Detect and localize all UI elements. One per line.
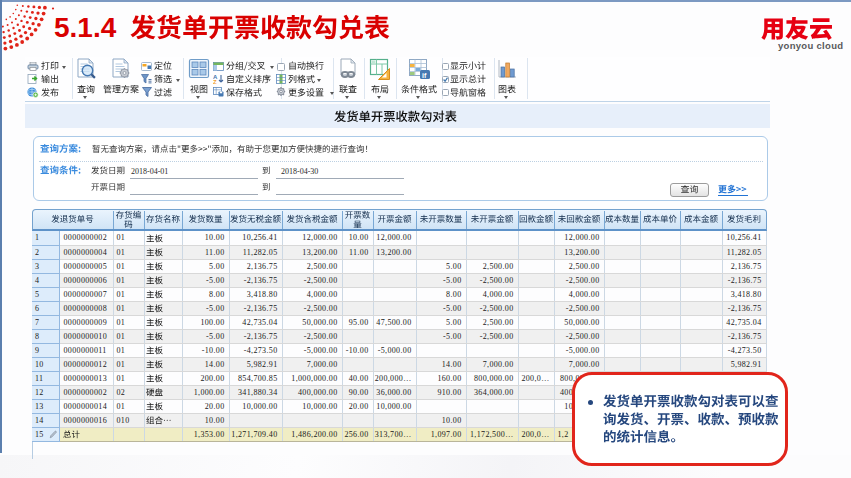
svg-text:if: if: [422, 72, 427, 79]
svg-text:Z: Z: [213, 79, 217, 84]
